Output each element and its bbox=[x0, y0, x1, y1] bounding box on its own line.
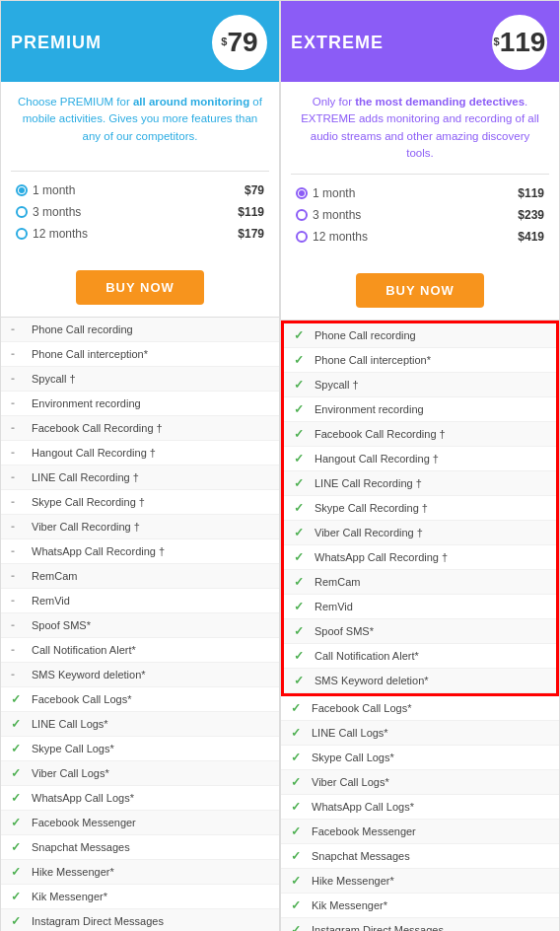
option-duration-2: 12 months bbox=[33, 227, 88, 241]
option-duration-1: 3 months bbox=[313, 208, 361, 222]
feature-text-22: Hike Messenger* bbox=[32, 866, 269, 878]
features-list-premium: -Phone Call recording-Phone Call interce… bbox=[1, 317, 279, 931]
radio-2[interactable] bbox=[296, 231, 308, 243]
option-row-1[interactable]: 3 months$119 bbox=[16, 205, 264, 219]
plan-price-badge-premium: $79 bbox=[210, 13, 269, 72]
check-icon: ✓ bbox=[11, 890, 27, 903]
check-icon: ✓ bbox=[11, 791, 27, 805]
feature-text-0: Phone Call recording bbox=[315, 329, 546, 341]
buy-button-extreme[interactable]: BUY NOW bbox=[356, 273, 484, 308]
radio-1[interactable] bbox=[296, 209, 308, 221]
feature-item-19: ✓WhatsApp Call Logs* bbox=[1, 786, 279, 811]
option-row-0[interactable]: 1 month$119 bbox=[296, 186, 544, 200]
dash-icon: - bbox=[11, 544, 27, 558]
feature-text-13: Call Notification Alert* bbox=[315, 650, 546, 662]
feature-item-9: ✓WhatsApp Call Recording † bbox=[284, 545, 556, 570]
check-icon: ✓ bbox=[294, 378, 310, 392]
feature-text-17: Skype Call Logs* bbox=[312, 752, 549, 763]
dash-icon: - bbox=[11, 347, 27, 361]
plan-header-extreme: EXTREME$119 bbox=[281, 1, 559, 82]
feature-item-23: ✓Kik Messenger* bbox=[1, 885, 279, 909]
feature-text-7: Skype Call Recording † bbox=[315, 502, 546, 514]
plan-header-premium: PREMIUM$79 bbox=[1, 1, 279, 82]
feature-text-20: Facebook Messenger bbox=[312, 825, 549, 837]
feature-text-21: Snapchat Messages bbox=[312, 850, 549, 862]
check-icon: ✓ bbox=[294, 328, 310, 342]
check-icon: ✓ bbox=[294, 624, 310, 638]
dash-icon: - bbox=[11, 520, 27, 534]
feature-text-0: Phone Call recording bbox=[32, 323, 269, 335]
radio-2[interactable] bbox=[16, 228, 28, 240]
radio-0[interactable] bbox=[296, 187, 308, 199]
feature-text-13: Call Notification Alert* bbox=[32, 644, 269, 656]
radio-1[interactable] bbox=[16, 206, 28, 218]
feature-text-14: SMS Keyword deletion* bbox=[32, 669, 269, 680]
feature-item-24: ✓Instagram Direct Messages bbox=[281, 918, 559, 931]
check-icon: ✓ bbox=[291, 824, 307, 838]
check-icon: ✓ bbox=[294, 402, 310, 416]
option-row-2[interactable]: 12 months$419 bbox=[296, 230, 544, 244]
features-list-extreme: ✓Phone Call recording✓Phone Call interce… bbox=[281, 320, 559, 931]
plan-title-premium: PREMIUM bbox=[11, 33, 102, 53]
feature-text-7: Skype Call Recording † bbox=[32, 496, 269, 508]
feature-item-1: ✓Phone Call interception* bbox=[284, 348, 556, 373]
feature-item-3: -Environment recording bbox=[1, 392, 279, 416]
feature-item-17: ✓Skype Call Logs* bbox=[281, 746, 559, 770]
option-label-2: 12 months bbox=[296, 230, 368, 244]
feature-text-20: Facebook Messenger bbox=[32, 817, 269, 828]
feature-text-12: Spoof SMS* bbox=[315, 625, 546, 637]
option-label-0: 1 month bbox=[296, 186, 355, 200]
feature-text-8: Viber Call Recording † bbox=[315, 527, 546, 538]
feature-item-14: ✓SMS Keyword deletion* bbox=[284, 669, 556, 693]
feature-text-24: Instagram Direct Messages bbox=[312, 924, 549, 931]
price-amount: 79 bbox=[227, 29, 257, 56]
radio-0[interactable] bbox=[16, 184, 28, 196]
feature-item-2: -Spycall † bbox=[1, 367, 279, 392]
feature-text-3: Environment recording bbox=[32, 397, 269, 409]
option-price-2: $179 bbox=[238, 227, 264, 241]
plan-premium: PREMIUM$79Choose PREMIUM for all around … bbox=[0, 0, 280, 931]
feature-item-4: ✓Facebook Call Recording † bbox=[284, 422, 556, 447]
feature-item-21: ✓Snapchat Messages bbox=[1, 835, 279, 860]
option-row-1[interactable]: 3 months$239 bbox=[296, 208, 544, 222]
option-label-1: 3 months bbox=[16, 205, 81, 219]
option-row-0[interactable]: 1 month$79 bbox=[16, 183, 264, 197]
plan-title-extreme: EXTREME bbox=[291, 33, 384, 53]
option-row-2[interactable]: 12 months$179 bbox=[16, 227, 264, 241]
feature-item-17: ✓Skype Call Logs* bbox=[1, 737, 279, 761]
option-price-1: $119 bbox=[238, 205, 264, 219]
check-icon: ✓ bbox=[294, 550, 310, 564]
dash-icon: - bbox=[11, 322, 27, 336]
dash-icon: - bbox=[11, 495, 27, 509]
plans-container: PREMIUM$79Choose PREMIUM for all around … bbox=[0, 0, 560, 931]
feature-text-19: WhatsApp Call Logs* bbox=[312, 801, 549, 813]
feature-item-2: ✓Spycall † bbox=[284, 373, 556, 397]
buy-button-premium[interactable]: BUY NOW bbox=[76, 270, 204, 305]
feature-text-14: SMS Keyword deletion* bbox=[315, 675, 546, 686]
feature-item-8: -Viber Call Recording † bbox=[1, 515, 279, 539]
feature-item-23: ✓Kik Messenger* bbox=[281, 894, 559, 918]
feature-item-9: -WhatsApp Call Recording † bbox=[1, 539, 279, 564]
feature-text-17: Skype Call Logs* bbox=[32, 743, 269, 754]
feature-item-16: ✓LINE Call Logs* bbox=[1, 712, 279, 737]
extreme-highlight-box: ✓Phone Call recording✓Phone Call interce… bbox=[281, 321, 559, 696]
feature-item-1: -Phone Call interception* bbox=[1, 342, 279, 367]
check-icon: ✓ bbox=[291, 701, 307, 715]
feature-text-18: Viber Call Logs* bbox=[32, 767, 269, 779]
feature-item-15: ✓Facebook Call Logs* bbox=[1, 687, 279, 712]
feature-item-21: ✓Snapchat Messages bbox=[281, 844, 559, 869]
feature-text-24: Instagram Direct Messages bbox=[32, 915, 269, 927]
check-icon: ✓ bbox=[11, 692, 27, 706]
feature-item-4: -Facebook Call Recording † bbox=[1, 416, 279, 441]
check-icon: ✓ bbox=[294, 600, 310, 613]
dash-icon: - bbox=[11, 618, 27, 632]
feature-item-12: ✓Spoof SMS* bbox=[284, 619, 556, 644]
feature-item-6: ✓LINE Call Recording † bbox=[284, 471, 556, 496]
check-icon: ✓ bbox=[291, 923, 307, 931]
feature-item-7: -Skype Call Recording † bbox=[1, 490, 279, 515]
option-duration-0: 1 month bbox=[313, 186, 355, 200]
feature-text-2: Spycall † bbox=[32, 373, 269, 385]
feature-item-0: ✓Phone Call recording bbox=[284, 323, 556, 348]
check-icon: ✓ bbox=[11, 742, 27, 755]
check-icon: ✓ bbox=[294, 575, 310, 589]
